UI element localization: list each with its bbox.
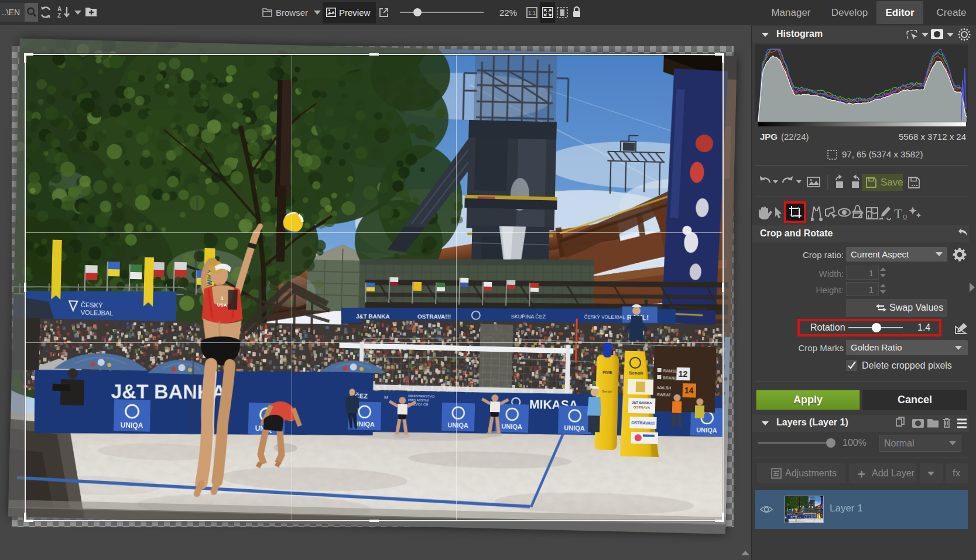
svg-text:Z: Z <box>57 12 61 19</box>
svg-text:1:1: 1:1 <box>528 10 536 16</box>
svg-text:A: A <box>57 6 61 12</box>
svg-text:Ω: Ω <box>903 214 907 221</box>
svg-text:T: T <box>894 207 902 221</box>
